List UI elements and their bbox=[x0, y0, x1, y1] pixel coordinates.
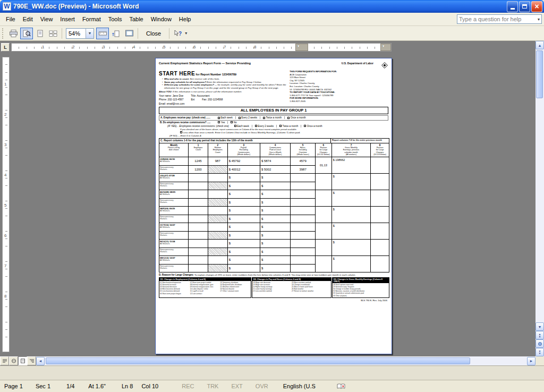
data-cell[interactable]: 4579 bbox=[291, 157, 316, 165]
data-cell[interactable]: $ bbox=[227, 215, 260, 223]
gross-earnings-cell[interactable]: $ 198662 bbox=[332, 157, 371, 173]
toolbar-grip[interactable] bbox=[2, 28, 4, 39]
gross-earnings-cell[interactable]: $ bbox=[332, 255, 371, 272]
reason-8-cell[interactable] bbox=[371, 173, 389, 190]
one-page-button[interactable] bbox=[33, 28, 46, 39]
gross-earnings-cell[interactable]: $ bbox=[332, 173, 371, 190]
indent-marker-icon[interactable]: ▾ bbox=[298, 44, 300, 48]
data-cell[interactable]: $ bbox=[227, 182, 260, 190]
reason-8-cell[interactable] bbox=[371, 157, 389, 173]
data-cell[interactable]: $ bbox=[227, 223, 260, 231]
data-cell[interactable]: $ bbox=[260, 239, 290, 248]
reason-6-cell[interactable] bbox=[316, 239, 332, 255]
gross-earnings-cell[interactable]: $ bbox=[332, 206, 371, 223]
data-cell[interactable]: $ bbox=[227, 239, 260, 248]
question-help-input[interactable]: Type a question for help ▾ bbox=[457, 14, 542, 24]
tab-stop-selector[interactable]: L bbox=[1, 43, 10, 52]
view-ruler-button[interactable] bbox=[96, 28, 109, 39]
data-cell[interactable] bbox=[189, 182, 208, 190]
chevron-down-icon[interactable]: ▾ bbox=[185, 31, 187, 36]
close-preview-button[interactable]: Close bbox=[140, 28, 167, 39]
data-cell[interactable]: $ bbox=[260, 190, 290, 198]
gross-earnings-cell[interactable]: $ bbox=[332, 239, 371, 255]
reason-8-cell[interactable] bbox=[371, 223, 389, 239]
reason-6-cell[interactable] bbox=[316, 255, 332, 272]
checkbox-icon[interactable] bbox=[304, 125, 306, 127]
data-cell[interactable] bbox=[208, 173, 227, 182]
data-cell[interactable]: $ 45792 bbox=[227, 157, 260, 165]
data-cell[interactable]: 1200 bbox=[189, 165, 208, 173]
data-cell[interactable]: 987 bbox=[208, 157, 227, 165]
gross-earnings-cell[interactable]: $ bbox=[332, 190, 371, 206]
scroll-up-button[interactable]: ▲ bbox=[536, 41, 544, 49]
data-cell[interactable]: $ bbox=[227, 231, 260, 239]
reason-8-cell[interactable] bbox=[371, 206, 389, 223]
data-cell[interactable]: $ bbox=[227, 255, 260, 264]
vertical-scroll-thumb[interactable] bbox=[536, 50, 543, 98]
data-cell[interactable]: $ bbox=[260, 255, 290, 264]
checkbox-icon[interactable] bbox=[218, 121, 220, 123]
data-cell[interactable] bbox=[189, 255, 208, 264]
data-cell[interactable]: $ bbox=[260, 198, 290, 206]
close-window-button[interactable]: × bbox=[531, 1, 542, 12]
scroll-left-button[interactable]: ◄ bbox=[36, 357, 45, 365]
data-cell[interactable] bbox=[208, 223, 227, 231]
horizontal-scroll-track[interactable] bbox=[45, 357, 527, 365]
print-layout-view-button[interactable] bbox=[18, 356, 27, 365]
vertical-scrollbar[interactable]: ▲ ▼ ▲▲ ▼▼ bbox=[536, 41, 544, 356]
reason-6-cell[interactable] bbox=[316, 173, 332, 190]
data-cell[interactable] bbox=[291, 264, 316, 272]
checkbox-icon[interactable] bbox=[263, 117, 265, 119]
data-cell[interactable]: $ bbox=[260, 182, 290, 190]
reason-6-cell[interactable]: 01,13 bbox=[316, 157, 332, 173]
data-cell[interactable] bbox=[291, 206, 316, 215]
data-cell[interactable]: $ bbox=[227, 248, 260, 255]
select-browse-object-button[interactable] bbox=[536, 339, 544, 348]
multiple-pages-button[interactable] bbox=[47, 28, 60, 39]
chevron-down-icon[interactable]: ▼ bbox=[86, 29, 94, 38]
previous-page-button[interactable]: ▲▲ bbox=[536, 331, 544, 339]
maximize-button[interactable] bbox=[519, 1, 530, 12]
reason-6-cell[interactable] bbox=[316, 190, 332, 206]
magnifier-button[interactable] bbox=[20, 28, 33, 39]
data-cell[interactable] bbox=[189, 190, 208, 198]
checkbox-icon[interactable] bbox=[287, 117, 290, 119]
checkbox-icon[interactable] bbox=[279, 125, 282, 127]
data-cell[interactable] bbox=[189, 198, 208, 206]
normal-view-button[interactable] bbox=[0, 356, 9, 365]
reason-8-cell[interactable] bbox=[371, 239, 389, 255]
menu-tools[interactable]: Tools bbox=[105, 14, 126, 24]
help-button[interactable]: ? bbox=[172, 28, 184, 39]
data-cell[interactable] bbox=[189, 173, 208, 182]
next-page-button[interactable]: ▼▼ bbox=[536, 348, 544, 356]
data-cell[interactable] bbox=[291, 239, 316, 248]
data-cell[interactable] bbox=[189, 231, 208, 239]
data-cell[interactable] bbox=[291, 173, 316, 182]
data-cell[interactable] bbox=[208, 206, 227, 215]
full-screen-button[interactable] bbox=[123, 28, 135, 39]
checkbox-icon[interactable] bbox=[218, 117, 220, 119]
scroll-right-button[interactable]: ► bbox=[527, 357, 536, 365]
data-cell[interactable] bbox=[291, 248, 316, 255]
reason-6-cell[interactable] bbox=[316, 206, 332, 223]
checkbox-icon[interactable] bbox=[231, 121, 233, 123]
data-cell[interactable] bbox=[291, 231, 316, 239]
menu-view[interactable]: View bbox=[37, 14, 57, 24]
data-cell[interactable]: $ bbox=[227, 173, 260, 182]
data-cell[interactable]: 3987 bbox=[291, 165, 316, 173]
data-cell[interactable]: $ bbox=[260, 264, 290, 272]
data-cell[interactable]: $ bbox=[227, 190, 260, 198]
menu-file[interactable]: File bbox=[2, 14, 19, 24]
title-bar[interactable]: W 790E_WW.doc (Preview) - Microsoft Word… bbox=[0, 0, 544, 13]
data-cell[interactable] bbox=[291, 255, 316, 264]
data-cell[interactable]: $ 5874 bbox=[260, 157, 290, 165]
checkbox-icon[interactable] bbox=[234, 125, 236, 127]
scroll-down-button[interactable]: ▼ bbox=[536, 322, 544, 331]
data-cell[interactable]: $ 40012 bbox=[227, 165, 260, 173]
menu-table[interactable]: Table bbox=[125, 14, 147, 24]
spelling-status-icon[interactable] bbox=[337, 383, 345, 389]
reason-6-cell[interactable] bbox=[316, 223, 332, 239]
menu-format[interactable]: Format bbox=[79, 14, 105, 24]
shrink-to-fit-button[interactable] bbox=[109, 28, 122, 39]
data-cell[interactable]: $ bbox=[260, 173, 290, 182]
